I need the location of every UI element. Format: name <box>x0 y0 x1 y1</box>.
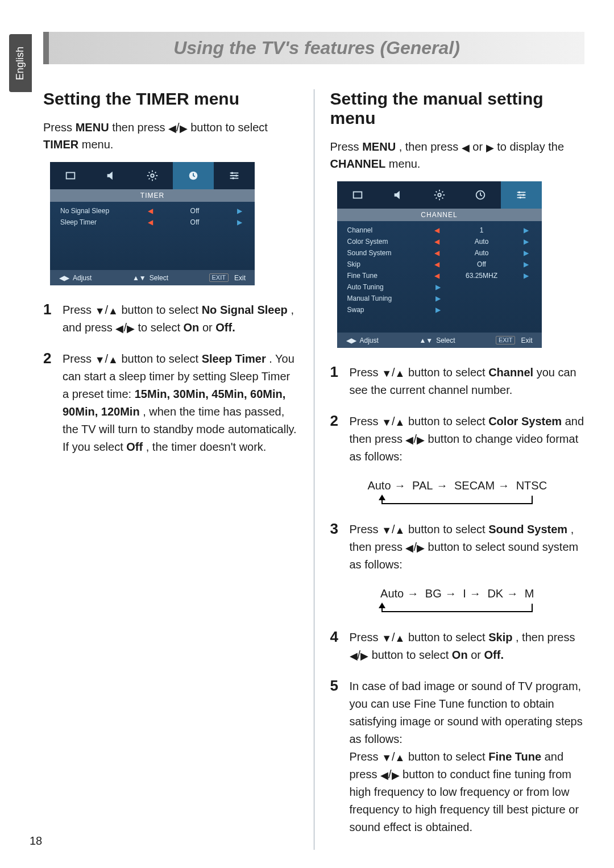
osd-row[interactable]: Fine Tune ◀ 63.25MHZ ▶ <box>337 270 542 281</box>
up-arrow-icon: ▲ <box>108 306 118 316</box>
right-arrow-icon: ▶ <box>417 543 425 553</box>
menu-word: MENU <box>362 140 396 153</box>
arrow-right-icon: → <box>498 479 509 492</box>
osd-row-value: Auto <box>442 238 521 246</box>
svg-point-11 <box>519 197 521 199</box>
down-arrow-icon: ▼ <box>381 368 392 379</box>
cycle-return-arrow <box>330 493 585 508</box>
txt: menu. <box>82 138 114 151</box>
osd-tabs <box>50 162 255 189</box>
step-body: Press ▼/▲ button to select Sound System … <box>350 521 585 574</box>
left-arrow-icon: ◀ <box>145 207 155 215</box>
up-arrow-icon: ▲ <box>395 633 405 643</box>
columns: Setting the TIMER menu Press MENU then p… <box>43 89 584 850</box>
right-arrow-icon: ▶ <box>234 207 244 215</box>
left-step-2: 2 Press ▼/▲ button to select Sleep Timer… <box>43 350 298 456</box>
osd-row[interactable]: Skip ◀ Off ▶ <box>337 259 542 270</box>
osd-row-label: No Signal Sleep <box>60 207 145 215</box>
menu-word: MENU <box>76 121 109 134</box>
osd-row[interactable]: Channel ◀ 1 ▶ <box>337 225 542 236</box>
osd-row[interactable]: Auto Tuning ▶ <box>337 281 542 293</box>
txt: In case of bad image or sound of TV prog… <box>350 680 583 745</box>
osd-row[interactable]: Sleep Timer ◀ Off ▶ <box>50 217 255 228</box>
off-word: Off. <box>215 321 235 334</box>
osd-rows: Channel ◀ 1 ▶ Color System ◀ Auto ▶ Soun… <box>337 221 542 333</box>
osd-row[interactable]: Sound System ◀ Auto ▶ <box>337 247 542 259</box>
exit-key-icon: EXIT <box>209 273 229 282</box>
cycle-item: Auto <box>367 479 391 492</box>
osd-footer: ◀▶Adjust ▲▼Select EXITExit <box>50 270 255 285</box>
osd-tab-picture[interactable] <box>50 162 91 189</box>
left-arrow-icon: ◀ <box>405 543 413 553</box>
left-arrow-icon: ◀ <box>405 435 413 445</box>
right-column: Setting the manual setting menu Press ME… <box>330 89 585 850</box>
txt: Press <box>330 140 363 153</box>
osd-tab-sound[interactable] <box>378 181 419 209</box>
page-number: 18 <box>30 834 42 848</box>
txt: Exit <box>521 337 532 344</box>
txt: Press <box>350 366 382 379</box>
cycle-item: M <box>525 587 534 600</box>
arrow-right-icon: → <box>445 587 457 600</box>
picture-icon <box>351 189 364 201</box>
right-heading: Setting the manual setting menu <box>330 89 585 128</box>
step-number: 1 <box>330 364 344 399</box>
cycle-items: Auto→ BG→ I→ DK→ M <box>330 587 585 600</box>
item-name: Channel <box>488 366 533 379</box>
osd-row[interactable]: Manual Tuning ▶ <box>337 293 542 304</box>
txt: Press <box>43 121 76 134</box>
cycle-item: NTSC <box>516 479 547 492</box>
txt: Press <box>350 750 382 763</box>
up-arrow-icon: ▲ <box>395 753 405 763</box>
osd-footer-adjust: ◀▶Adjust <box>346 337 379 344</box>
osd-row[interactable]: Color System ◀ Auto ▶ <box>337 236 542 247</box>
cycle-item: Auto <box>380 587 404 600</box>
right-arrow-icon: ▶ <box>392 770 400 780</box>
down-arrow-icon: ▼ <box>95 306 105 316</box>
left-step-1: 1 Press ▼/▲ button to select No Signal S… <box>43 301 298 337</box>
right-step-4: 4 Press ▼/▲ button to select Skip , then… <box>330 629 585 664</box>
osd-tab-sound[interactable] <box>91 162 132 189</box>
right-arrow-icon: ▶ <box>521 238 532 246</box>
sliders-icon <box>515 189 528 201</box>
off-word: Off <box>126 441 143 453</box>
cycle-return-arrow <box>330 601 585 616</box>
item-name: Sound System <box>488 523 567 535</box>
osd-row[interactable]: No Signal Sleep ◀ Off ▶ <box>50 205 255 217</box>
txt: , the timer doesn't work. <box>146 441 267 453</box>
language-tab: English <box>9 34 32 92</box>
arrow-right-icon: → <box>395 479 406 492</box>
speaker-icon <box>105 169 118 182</box>
right-step-5: 5 In case of bad image or sound of TV pr… <box>330 678 585 836</box>
osd-tab-channel[interactable] <box>214 162 255 189</box>
osd-rows: No Signal Sleep ◀ Off ▶ Sleep Timer ◀ Of… <box>50 202 255 270</box>
up-arrow-icon: ▲ <box>395 525 405 535</box>
left-arrow-icon: ◀ <box>432 272 442 280</box>
step-body: Press ▼/▲ button to select Color System … <box>350 413 585 466</box>
osd-tab-settings[interactable] <box>419 181 460 209</box>
color-cycle-diagram: Auto→ PAL→ SECAM→ NTSC <box>330 479 585 508</box>
step-body: Press ▼/▲ button to select Channel you c… <box>350 364 585 399</box>
left-arrow-icon: ◀ <box>432 226 442 234</box>
column-divider <box>314 89 314 850</box>
osd-tab-timer[interactable] <box>173 162 214 189</box>
cycle-items: Auto→ PAL→ SECAM→ NTSC <box>330 479 585 492</box>
osd-tab-channel[interactable] <box>501 181 542 209</box>
txt: then press <box>112 121 168 134</box>
item-name: Fine Tune <box>488 750 541 763</box>
txt: Press <box>350 523 382 535</box>
osd-tab-settings[interactable] <box>132 162 173 189</box>
osd-tab-timer[interactable] <box>460 181 501 209</box>
up-arrow-icon: ▲ <box>395 417 405 427</box>
osd-tab-picture[interactable] <box>337 181 378 209</box>
osd-timer: TIMER No Signal Sleep ◀ Off ▶ Sleep Time… <box>50 162 255 285</box>
svg-point-10 <box>522 194 524 196</box>
osd-tabs <box>337 181 542 209</box>
exit-key-icon: EXIT <box>496 336 515 344</box>
osd-row[interactable]: Swap ▶ <box>337 304 542 315</box>
txt: Exit <box>234 274 246 282</box>
osd-footer-exit: EXITExit <box>496 336 532 344</box>
right-arrow-icon: ▶ <box>521 249 532 257</box>
language-tab-label: English <box>15 46 27 80</box>
left-arrow-icon: ◀ <box>380 770 388 780</box>
